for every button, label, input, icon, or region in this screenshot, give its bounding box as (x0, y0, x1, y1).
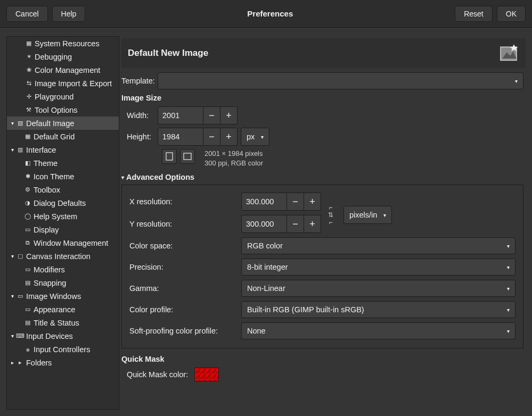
sidebar-item-label: Tool Options (35, 106, 78, 114)
softproof-profile-label: Soft-proofing color profile: (129, 327, 241, 335)
colorspace-label: Color space: (129, 242, 241, 250)
precision-label: Precision: (129, 263, 241, 271)
sidebar-item-image-windows[interactable]: ▾▭Image Windows (7, 289, 119, 303)
window-title: Preferences (85, 9, 455, 18)
sidebar-item-system-resources[interactable]: ▦System Resources (7, 37, 119, 50)
precision-dropdown[interactable]: 8-bit integer ▾ (241, 259, 515, 276)
softproof-profile-dropdown[interactable]: None ▾ (241, 322, 515, 339)
sidebar-item-display[interactable]: ▭Display (7, 223, 119, 236)
chevron-down-icon: ▾ (507, 307, 510, 313)
height-increment-button[interactable]: + (220, 128, 238, 146)
ok-button[interactable]: OK (497, 6, 526, 22)
chevron-down-icon: ▾ (507, 264, 510, 270)
titlebar: Cancel Help Preferences Reset OK (0, 0, 532, 28)
sidebar-item-debugging[interactable]: ✶Debugging (7, 50, 119, 63)
sidebar-item-default-image[interactable]: ▾▧Default Image (7, 117, 119, 130)
help-button[interactable]: Help (52, 6, 86, 22)
sidebar-item-folders[interactable]: ▸▸Folders (7, 356, 119, 369)
resolution-link-icon[interactable]: ⌐⇅⌐ (325, 204, 336, 226)
height-input[interactable] (158, 128, 203, 146)
gamma-dropdown[interactable]: Non-Linear ▾ (241, 280, 515, 297)
xres-input[interactable] (241, 193, 287, 211)
tools-icon: ⚒ (25, 106, 32, 114)
page-icon (498, 43, 519, 64)
sidebar-item-interface[interactable]: ▾▥Interface (7, 143, 119, 156)
chevron-down-icon: ▾ (515, 78, 518, 84)
size-unit-dropdown[interactable]: px ▾ (241, 128, 269, 146)
colorspace-dropdown[interactable]: RGB color ▾ (241, 237, 515, 254)
sidebar-item-input-devices[interactable]: ▾⌨Input Devices (7, 329, 119, 343)
width-increment-button[interactable]: + (220, 106, 238, 124)
sidebar-item-theme[interactable]: ◧Theme (7, 156, 119, 170)
sidebar-item-toolbox[interactable]: ⚙Toolbox (7, 183, 119, 196)
height-decrement-button[interactable]: − (203, 128, 220, 146)
chevron-down-icon: ▾ (507, 286, 510, 292)
sidebar-item-input-controllers[interactable]: ⎈Input Controllers (7, 343, 119, 356)
preferences-tree[interactable]: ▦System Resources✶Debugging❀Color Manage… (6, 36, 119, 410)
template-dropdown[interactable]: ▾ (158, 72, 523, 89)
palette-icon: ❀ (25, 66, 32, 74)
landscape-button[interactable] (180, 149, 195, 164)
sidebar-item-label: Appearance (34, 305, 75, 314)
sidebar-item-appearance[interactable]: ▭Appearance (7, 303, 119, 316)
sidebar-item-label: Input Controllers (34, 345, 90, 354)
sidebar-item-label: Interface (26, 146, 56, 154)
cancel-button[interactable]: Cancel (6, 6, 48, 22)
ctrl-icon: ⎈ (24, 346, 31, 353)
page-header: Default New Image (121, 38, 526, 68)
sidebar-item-label: Dialog Defaults (34, 199, 86, 207)
icons-icon: ✱ (24, 173, 31, 180)
advanced-options-expander[interactable]: ▾ Advanced Options (121, 173, 523, 181)
expander-icon: ▾ (9, 120, 15, 127)
height-label: Height: (127, 132, 158, 141)
sidebar-item-icon-theme[interactable]: ✱Icon Theme (7, 170, 119, 183)
chevron-down-icon: ▾ (507, 243, 510, 249)
resolution-unit-dropdown[interactable]: pixels/in ▾ (343, 206, 392, 224)
import-icon: ⇆ (25, 80, 32, 87)
sidebar-item-color-management[interactable]: ❀Color Management (7, 63, 119, 77)
yres-decrement-button[interactable]: − (287, 215, 304, 233)
width-input[interactable] (158, 106, 203, 124)
quickmask-color-label: Quick Mask color: (127, 370, 188, 379)
sidebar-item-canvas-interaction[interactable]: ▾▢Canvas Interaction (7, 249, 119, 263)
sidebar-item-label: Playground (35, 93, 73, 101)
yres-input[interactable] (241, 215, 287, 233)
sidebar-item-dialog-defaults[interactable]: ◑Dialog Defaults (7, 196, 119, 210)
sidebar-item-snapping[interactable]: ▤Snapping (7, 276, 119, 289)
sidebar-item-help-system[interactable]: ◯Help System (7, 210, 119, 223)
xres-increment-button[interactable]: + (304, 193, 321, 211)
width-label: Width: (127, 111, 158, 120)
sidebar-item-image-import-export[interactable]: ⇆Image Import & Export (7, 77, 119, 90)
sidebar-item-label: Toolbox (34, 186, 60, 194)
windows-icon: ⧉ (24, 239, 31, 247)
sidebar-item-label: Image Import & Export (35, 79, 112, 88)
toolbox-icon: ⚙ (24, 186, 31, 194)
sidebar-item-label: Debugging (35, 53, 72, 61)
gamma-label: Gamma: (129, 284, 241, 293)
chevron-down-icon: ▾ (261, 134, 264, 140)
sidebar-item-label: Window Management (34, 239, 108, 247)
width-decrement-button[interactable]: − (203, 106, 220, 124)
quickmask-color-button[interactable] (194, 368, 219, 381)
size-info-pixels: 2001 × 1984 pixels (204, 149, 263, 159)
sidebar-item-label: Help System (34, 212, 77, 221)
sidebar-item-label: Default Grid (34, 132, 75, 141)
color-profile-dropdown[interactable]: Built-in RGB (GIMP built-in sRGB) ▾ (241, 301, 515, 318)
reset-button[interactable]: Reset (455, 6, 493, 22)
sidebar-item-window-management[interactable]: ⧉Window Management (7, 236, 119, 249)
xres-decrement-button[interactable]: − (287, 193, 304, 211)
title-icon: ▤ (24, 319, 31, 327)
chip-icon: ▦ (25, 40, 32, 47)
sidebar-item-playground[interactable]: ✢Playground (7, 90, 119, 103)
sidebar-item-tool-options[interactable]: ⚒Tool Options (7, 103, 119, 117)
sidebar-item-title-status[interactable]: ▤Title & Status (7, 316, 119, 329)
sidebar-item-label: Modifiers (34, 265, 65, 274)
canvas-icon: ▢ (17, 253, 24, 260)
chevron-down-icon: ▾ (507, 328, 510, 334)
yres-increment-button[interactable]: + (304, 215, 321, 233)
sidebar-item-label: System Resources (35, 39, 100, 48)
expander-icon: ▾ (9, 333, 15, 339)
sidebar-item-modifiers[interactable]: ▭Modifiers (7, 263, 119, 276)
sidebar-item-default-grid[interactable]: ▦Default Grid (7, 130, 119, 143)
portrait-button[interactable] (162, 149, 177, 164)
